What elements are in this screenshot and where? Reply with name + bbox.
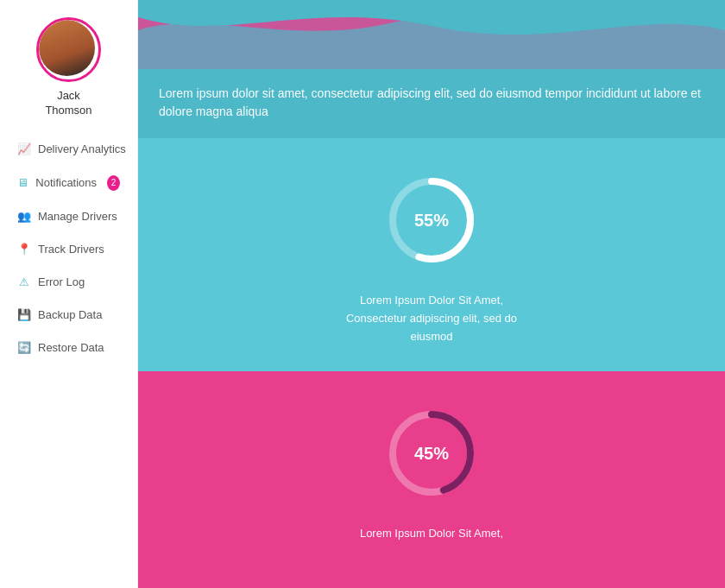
section-pink: 45% Lorem Ipsum Dolor Sit Amet, [138,371,725,588]
sidebar-item-restore-data[interactable]: 🔄 Restore Data [9,332,129,364]
restore-data-icon: 🔄 [17,341,31,355]
notifications-badge: 2 [107,175,120,191]
sidebar-item-backup-data[interactable]: 💾 Backup Data [9,300,129,331]
chart-pink-desc: Lorem Ipsum Dolor Sit Amet, [360,525,503,543]
sidebar-item-manage-drivers[interactable]: 👥 Manage Drivers [9,201,129,232]
sidebar-item-track-drivers[interactable]: 📍 Track Drivers [9,234,129,265]
user-name: Jack Thomson [45,89,91,118]
wave-header [138,0,725,69]
description-box: Lorem ipsum dolor sit amet, consectetur … [138,69,725,138]
sidebar-label-error-log: Error Log [38,275,85,288]
section-blue: 55% Lorem Ipsum Dolor Sit Amet, Consecte… [138,138,725,371]
sidebar-item-error-log[interactable]: ⚠ Error Log [9,267,129,298]
sidebar-label-track-drivers: Track Drivers [38,243,104,256]
manage-drivers-icon: 👥 [17,210,31,224]
sidebar-label-restore-data: Restore Data [38,341,104,354]
chart-blue-label: 55% [414,211,449,231]
sidebar-item-notifications[interactable]: 🖥 Notifications 2 [9,167,129,199]
track-drivers-icon: 📍 [17,243,31,256]
sidebar-label-backup-data: Backup Data [38,308,102,321]
error-log-icon: ⚠ [17,275,31,289]
sidebar-label-manage-drivers: Manage Drivers [38,210,117,223]
sidebar-item-delivery-analytics[interactable]: 📈 Delivery Analytics [9,134,129,165]
chart-blue-desc: Lorem Ipsum Dolor Sit Amet, Consectetur … [345,292,518,345]
analytics-icon: 📈 [17,142,31,156]
sidebar: Jack Thomson 📈 Delivery Analytics 🖥 Noti… [0,0,138,588]
description-text: Lorem ipsum dolor sit amet, consectetur … [159,85,704,121]
chart-blue: 55% [375,164,488,276]
avatar [36,17,101,82]
chart-pink: 45% [375,397,488,509]
sidebar-label-notifications: Notifications [35,176,97,189]
notifications-icon: 🖥 [17,176,28,190]
backup-data-icon: 💾 [17,308,31,322]
sidebar-nav: 📈 Delivery Analytics 🖥 Notifications 2 👥… [0,134,137,364]
chart-pink-label: 45% [414,444,449,464]
main-content: Lorem ipsum dolor sit amet, consectetur … [138,0,725,588]
sidebar-label-delivery-analytics: Delivery Analytics [38,142,126,155]
